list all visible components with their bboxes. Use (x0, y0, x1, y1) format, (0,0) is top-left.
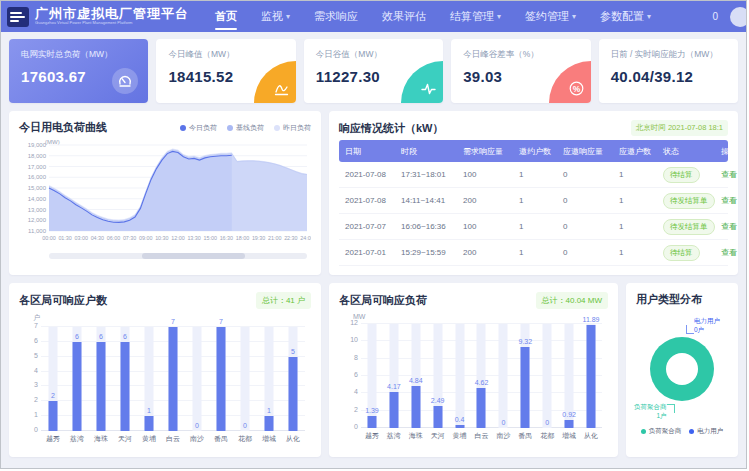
content: 电网实时总负荷（MW） 17603.67 今日峰值（MW） 18415.52 今… (1, 32, 746, 464)
bar-column: 1.39 (361, 324, 383, 428)
bar-value-label: 4.84 (409, 377, 423, 384)
row-date: 2021-07-08 (339, 196, 395, 205)
nav-item-2[interactable]: 需求响应 (302, 1, 370, 32)
bar-value-label: 9.32 (518, 338, 532, 345)
svg-text:07:30: 07:30 (123, 235, 137, 241)
y-tick-label: 2 (23, 396, 38, 403)
bar-value-label: 1 (267, 407, 271, 414)
total-badge: 总计：41 户 (256, 292, 311, 309)
bar-column: 2 (41, 327, 65, 431)
svg-text:13:30: 13:30 (187, 235, 201, 241)
nav-item-5[interactable]: 签约管理▾ (513, 1, 588, 32)
bar-column: 2.49 (427, 324, 449, 428)
nav-item-0[interactable]: 首页 (203, 1, 249, 32)
view-link[interactable]: 查看 (721, 196, 737, 205)
y-tick-label: 0 (23, 426, 38, 433)
x-tick-label: 海珠 (405, 431, 427, 441)
view-link[interactable]: 查看 (721, 248, 737, 257)
bar-value-label: 0 (243, 422, 247, 429)
bar-column: 1 (137, 327, 161, 431)
kpi-card-response-capacity: 日前 / 实时响应能力（MW） 40.04/39.12 (599, 39, 738, 103)
svg-text:00:00: 00:00 (42, 235, 56, 241)
bars: 1.394.174.842.490.44.6209.3200.9211.89 (361, 324, 602, 428)
bar-column: 4.62 (471, 324, 493, 428)
y-tick-label: 10 (343, 336, 358, 343)
nav-item-6[interactable]: 参数配置▾ (588, 1, 663, 32)
nav-item-4[interactable]: 结算管理▾ (438, 1, 513, 32)
x-tick-label: 从化 (281, 434, 305, 444)
legend-item-2[interactable]: 昨日负荷 (274, 123, 311, 133)
table-row: 2021-07-0814:11~14:41200101待发结算单查看 (339, 188, 728, 214)
column-header: 状态 (657, 146, 715, 157)
y-tick-label: 7 (23, 322, 38, 329)
svg-text:17,000: 17,000 (28, 164, 47, 170)
x-tick-label: 荔湾 (65, 434, 89, 444)
legend-item-1[interactable]: 电力用户 (689, 427, 723, 436)
bar-value-label: 6 (75, 333, 79, 340)
response-stats-panel: 响应情况统计（kW） 北京时间 2021-07-08 18:1 日期时段需求响应… (329, 111, 738, 275)
bar-column: 0.4 (449, 324, 471, 428)
load-curve-chart: (MW)11,00012,00013,00014,00015,00016,000… (19, 139, 311, 251)
x-tick-label: 海珠 (89, 434, 113, 444)
view-link[interactable]: 查看 (721, 222, 737, 231)
svg-text:16:30: 16:30 (220, 235, 234, 241)
row-date: 2021-07-01 (339, 248, 395, 257)
x-tick-label: 黄埔 (449, 431, 471, 441)
bar (367, 416, 376, 428)
x-tick-label: 越秀 (361, 431, 383, 441)
bar (455, 425, 464, 428)
legend-item-1[interactable]: 基线负荷 (227, 123, 264, 133)
svg-text:18:00: 18:00 (236, 235, 250, 241)
bar-column: 4.84 (405, 324, 427, 428)
legend-item-0[interactable]: 负荷聚合商 (641, 427, 682, 436)
nav-label: 结算管理 (450, 9, 494, 24)
y-tick-label: 8 (343, 354, 358, 361)
bar-value-label: 0 (501, 419, 505, 426)
y-axis-unit: MW (353, 313, 608, 320)
x-tick-label: 天河 (427, 431, 449, 441)
logo-icon (7, 7, 29, 27)
x-tick-label: 花都 (536, 431, 558, 441)
bottom-row: 各区局可响应户数 总计：41 户 户 0123456726661707015 越… (9, 283, 738, 457)
dashboard-page: 广州市虚拟电厂管理平台 Guangzhou Virtual Power Plan… (0, 0, 747, 469)
status-badge: 待发结算单 (663, 193, 715, 209)
chevron-down-icon: ▾ (572, 12, 576, 21)
column-header: 操作 (715, 146, 737, 157)
legend-item-0[interactable]: 今日负荷 (180, 123, 217, 133)
row-invited: 1 (513, 170, 557, 179)
scrollbar-thumb[interactable] (142, 253, 245, 259)
panel-title: 今日用电负荷曲线 (19, 120, 107, 135)
svg-text:12,000: 12,000 (28, 217, 47, 223)
donut-callout-power-user: 电力用户 0户 (694, 317, 720, 335)
y-tick-label: 6 (23, 337, 38, 344)
bar (217, 327, 226, 431)
bar-column: 5 (281, 327, 305, 431)
svg-text:19:30: 19:30 (252, 235, 266, 241)
row-demand: 200 (457, 196, 513, 205)
bar-column: 6 (65, 327, 89, 431)
user-avatar[interactable] (730, 7, 747, 27)
bar-value-label: 1.39 (365, 407, 379, 414)
bar-value-label: 11.89 (583, 316, 600, 323)
x-tick-label: 南沙 (185, 434, 209, 444)
nav-item-1[interactable]: 监视▾ (249, 1, 302, 32)
row-accepted-users: 1 (613, 222, 657, 231)
svg-text:%: % (572, 84, 580, 94)
notification-count[interactable]: 0 (712, 11, 718, 22)
chevron-down-icon: ▾ (497, 12, 501, 21)
row-accepted-users: 1 (613, 170, 657, 179)
bar-column: 0 (536, 324, 558, 428)
bar (565, 420, 574, 428)
row-period: 15:29~15:59 (395, 248, 457, 257)
bar (289, 357, 298, 431)
view-link[interactable]: 查看 (721, 170, 737, 179)
nav-item-3[interactable]: 效果评估 (370, 1, 438, 32)
chart-legend: 今日负荷基线负荷昨日负荷 (180, 123, 311, 133)
chart-zoom-scrollbar[interactable] (49, 253, 307, 259)
panel-title: 用户类型分布 (636, 292, 702, 307)
svg-text:01:30: 01:30 (58, 235, 72, 241)
bar-value-label: 7 (219, 318, 223, 325)
svg-text:11,000: 11,000 (28, 228, 47, 234)
legend-label: 昨日负荷 (283, 123, 311, 133)
bar-column: 9.32 (514, 324, 536, 428)
